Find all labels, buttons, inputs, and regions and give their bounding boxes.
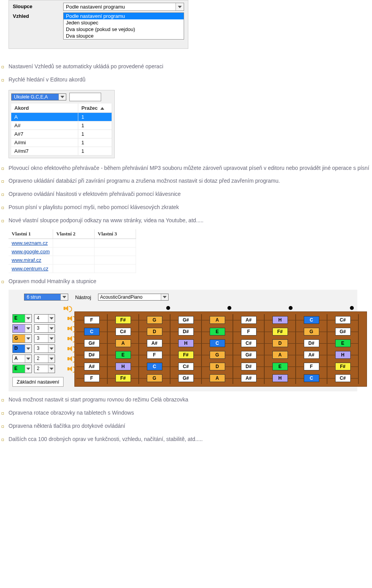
octave-select[interactable]: 3 [34, 324, 55, 333]
search-input[interactable] [69, 93, 101, 101]
instrument-select[interactable]: AcousticGrandPiano [98, 294, 169, 301]
speaker-icon[interactable] [67, 366, 74, 372]
fret-cell[interactable]: C# [327, 372, 359, 384]
fret-cell[interactable]: A# [233, 372, 265, 384]
speaker-icon[interactable] [67, 356, 74, 361]
dropdown-icon[interactable] [161, 294, 168, 300]
dropdown-icon[interactable] [48, 365, 55, 373]
link-cell[interactable]: www.centrum.cz [9, 264, 53, 273]
table-row[interactable]: A#71 [11, 130, 112, 138]
table-row[interactable]: A#mi71 [11, 147, 112, 155]
note-select[interactable]: A [12, 355, 32, 363]
dropdown-icon[interactable] [48, 335, 55, 342]
dropdown-icon[interactable] [25, 315, 31, 322]
note-select[interactable]: D [12, 344, 32, 353]
speaker-icon[interactable] [64, 306, 71, 311]
strings-select[interactable]: 6 strun [24, 294, 68, 301]
link-cell[interactable]: www.seznam.cz [9, 239, 53, 247]
fret-cell[interactable]: D# [296, 337, 327, 349]
fret-cell[interactable]: H [265, 372, 296, 384]
speaker-icon[interactable] [67, 326, 74, 331]
fret-cell[interactable]: E [202, 326, 233, 337]
fret-cell[interactable]: A [202, 372, 233, 384]
dropdown-icon[interactable] [48, 345, 55, 353]
fret-cell[interactable]: F [76, 372, 108, 384]
octave-select[interactable]: 3 [34, 344, 55, 353]
fret-cell[interactable]: F# [265, 326, 296, 337]
fret-cell[interactable]: F [76, 314, 108, 326]
speaker-icon[interactable] [67, 316, 74, 321]
fret-cell[interactable]: H [327, 349, 359, 361]
fret-cell[interactable]: G# [233, 349, 265, 361]
note-select[interactable]: E [12, 365, 32, 373]
fret-cell[interactable]: A [108, 337, 139, 349]
fret-cell[interactable]: C [296, 372, 327, 384]
fret-cell[interactable]: E [108, 349, 139, 361]
fret-cell[interactable]: C# [327, 314, 359, 326]
fret-cell[interactable]: C# [170, 361, 202, 372]
table-row[interactable]: www.seznam.cz [9, 239, 136, 247]
octave-select[interactable]: 4 [34, 314, 55, 323]
fret-cell[interactable]: D [265, 337, 296, 349]
fret-cell[interactable]: A# [233, 314, 265, 326]
link-cell[interactable]: www.google.com [9, 247, 53, 256]
sloupce-select[interactable]: Podle nastavení programu [63, 3, 184, 11]
dropdown-icon[interactable] [25, 355, 31, 363]
fret-cell[interactable]: D# [233, 361, 265, 372]
fret-cell[interactable]: G# [170, 372, 202, 384]
sort-up-icon[interactable] [100, 107, 104, 110]
fret-cell[interactable]: A [265, 349, 296, 361]
fret-cell[interactable]: C [76, 326, 108, 337]
fret-cell[interactable]: F# [108, 372, 139, 384]
speaker-icon[interactable] [67, 336, 74, 341]
dropdown-icon[interactable] [25, 345, 31, 353]
dropdown-icon[interactable] [25, 325, 31, 332]
fret-cell[interactable]: D# [170, 326, 202, 337]
dropdown-icon[interactable] [59, 94, 66, 100]
table-row[interactable]: A#1 [11, 121, 112, 130]
octave-select[interactable]: 2 [34, 355, 55, 363]
dropdown-icon[interactable] [48, 355, 55, 363]
fret-cell[interactable]: G# [76, 337, 108, 349]
fret-cell[interactable]: A# [76, 361, 108, 372]
octave-select[interactable]: 2 [34, 365, 55, 373]
dropdown-icon[interactable] [48, 315, 55, 322]
table-row[interactable]: www.google.com [9, 247, 136, 256]
fret-cell[interactable]: H [265, 314, 296, 326]
fret-cell[interactable]: A [202, 314, 233, 326]
fret-cell[interactable]: D [202, 361, 233, 372]
fret-cell[interactable]: E [265, 361, 296, 372]
fret-cell[interactable]: F [233, 326, 265, 337]
note-select[interactable]: G [12, 334, 32, 343]
fret-cell[interactable]: E [327, 337, 359, 349]
fret-cell[interactable]: G [296, 326, 327, 337]
dropdown-icon[interactable] [48, 325, 55, 332]
fret-cell[interactable]: D# [76, 349, 108, 361]
tuning-select[interactable]: Ukulele G,C,E,A [11, 93, 66, 100]
speaker-icon[interactable] [67, 346, 74, 351]
dropdown-icon[interactable] [25, 365, 31, 373]
dropdown-icon[interactable] [176, 3, 184, 10]
fret-cell[interactable]: A# [139, 337, 170, 349]
link-cell[interactable]: www.miraf.cz [9, 256, 53, 264]
table-row[interactable]: A#mi1 [11, 138, 112, 147]
dropdown-icon[interactable] [60, 294, 68, 300]
octave-select[interactable]: 3 [34, 334, 55, 343]
fret-cell[interactable]: C# [233, 337, 265, 349]
fret-cell[interactable]: H [170, 337, 202, 349]
table-row[interactable]: www.centrum.cz [9, 264, 136, 273]
fret-cell[interactable]: C [202, 337, 233, 349]
fret-cell[interactable]: G# [170, 314, 202, 326]
basic-settings-button[interactable]: Základní nastavení [12, 377, 64, 387]
fret-cell[interactable]: C# [108, 326, 139, 337]
fret-cell[interactable]: A# [296, 349, 327, 361]
fret-cell[interactable]: F [139, 349, 170, 361]
fret-cell[interactable]: G [202, 349, 233, 361]
fret-cell[interactable]: F# [108, 314, 139, 326]
fret-cell[interactable]: G [139, 314, 170, 326]
table-row[interactable]: www.miraf.cz [9, 256, 136, 264]
fret-cell[interactable]: C [296, 314, 327, 326]
fret-cell[interactable]: F# [170, 349, 202, 361]
fret-cell[interactable]: C [139, 361, 170, 372]
note-select[interactable]: E [12, 314, 32, 323]
